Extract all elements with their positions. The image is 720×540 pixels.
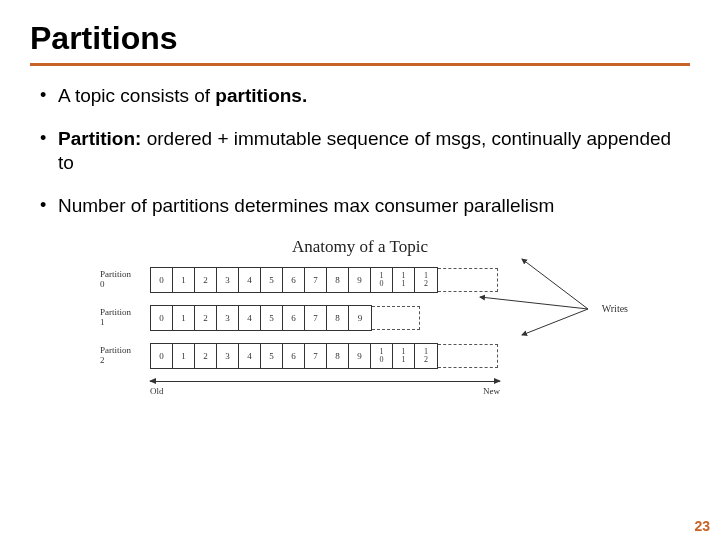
timeline-arrow: [150, 381, 500, 382]
writes-label: Writes: [602, 303, 628, 314]
bullet-bold: partitions.: [215, 85, 307, 106]
offset-cell: 0: [151, 344, 173, 368]
append-region: [438, 344, 498, 368]
partition-row: Partition20123456789101112: [100, 343, 620, 369]
offset-cell: 9: [349, 268, 371, 292]
offset-cell: 9: [349, 344, 371, 368]
offset-cell: 6: [283, 268, 305, 292]
page-number: 23: [694, 518, 710, 534]
offset-cell: 12: [415, 268, 437, 292]
offset-cell: 3: [217, 268, 239, 292]
timeline-labels: Old New: [150, 386, 500, 396]
partition-row: Partition00123456789101112: [100, 267, 620, 293]
offset-cell: 2: [195, 268, 217, 292]
append-region: [372, 306, 420, 330]
offset-cell: 10: [371, 268, 393, 292]
bullet-item: Number of partitions determines max cons…: [30, 194, 690, 219]
offset-cell: 7: [305, 344, 327, 368]
partition-cells: 0123456789101112: [150, 267, 438, 293]
offset-cell: 2: [195, 306, 217, 330]
offset-cell: 1: [173, 268, 195, 292]
offset-cell: 8: [327, 268, 349, 292]
offset-cell: 7: [305, 306, 327, 330]
offset-cell: 10: [371, 344, 393, 368]
diagram-title: Anatomy of a Topic: [100, 237, 620, 257]
partition-label: Partition0: [100, 270, 150, 290]
offset-cell: 2: [195, 344, 217, 368]
offset-cell: 1: [173, 306, 195, 330]
offset-cell: 0: [151, 268, 173, 292]
topic-diagram: Anatomy of a Topic Partition001234567891…: [100, 237, 620, 396]
offset-cell: 3: [217, 306, 239, 330]
offset-cell: 4: [239, 344, 261, 368]
offset-cell: 11: [393, 268, 415, 292]
offset-cell: 12: [415, 344, 437, 368]
title-rule: [30, 63, 690, 66]
partition-cells: 0123456789101112: [150, 343, 438, 369]
bullet-text: ordered + immutable sequence of msgs, co…: [58, 128, 671, 174]
append-region: [438, 268, 498, 292]
offset-cell: 9: [349, 306, 371, 330]
offset-cell: 8: [327, 344, 349, 368]
offset-cell: 5: [261, 344, 283, 368]
old-label: Old: [150, 386, 164, 396]
offset-cell: 6: [283, 306, 305, 330]
offset-cell: 4: [239, 268, 261, 292]
offset-cell: 11: [393, 344, 415, 368]
partition-row: Partition10123456789: [100, 305, 620, 331]
offset-cell: 0: [151, 306, 173, 330]
offset-cell: 5: [261, 268, 283, 292]
bullet-text: A topic consists of: [58, 85, 215, 106]
offset-cell: 3: [217, 344, 239, 368]
slide-title: Partitions: [30, 20, 690, 57]
offset-cell: 4: [239, 306, 261, 330]
bullet-list: A topic consists of partitions. Partitio…: [30, 84, 690, 219]
bullet-item: A topic consists of partitions.: [30, 84, 690, 109]
partition-label: Partition1: [100, 308, 150, 328]
offset-cell: 1: [173, 344, 195, 368]
new-label: New: [483, 386, 500, 396]
offset-cell: 8: [327, 306, 349, 330]
offset-cell: 7: [305, 268, 327, 292]
partition-cells: 0123456789: [150, 305, 372, 331]
offset-cell: 6: [283, 344, 305, 368]
offset-cell: 5: [261, 306, 283, 330]
bullet-bold: Partition:: [58, 128, 141, 149]
bullet-text: Number of partitions determines max cons…: [58, 195, 554, 216]
partition-label: Partition2: [100, 346, 150, 366]
bullet-item: Partition: ordered + immutable sequence …: [30, 127, 690, 176]
partitions-container: Partition00123456789101112Partition10123…: [100, 267, 620, 369]
